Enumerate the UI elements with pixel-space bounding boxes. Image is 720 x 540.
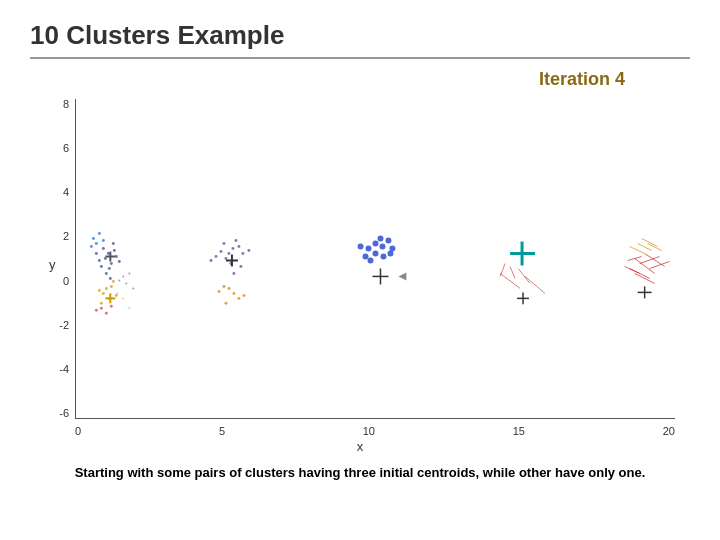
- svg-point-50: [232, 292, 235, 295]
- iteration-label: Iteration 4: [539, 69, 625, 90]
- svg-point-54: [242, 294, 245, 297]
- svg-point-63: [380, 254, 386, 260]
- chart-inner: [75, 99, 675, 419]
- svg-point-53: [217, 290, 220, 293]
- x-tick-0: 0: [75, 425, 81, 437]
- scatter-plot: [76, 99, 675, 418]
- svg-point-7: [112, 242, 115, 245]
- svg-point-52: [237, 297, 240, 300]
- x-tick-5: 5: [219, 425, 225, 437]
- svg-point-25: [102, 239, 105, 242]
- svg-point-95: [122, 275, 124, 277]
- svg-line-74: [500, 273, 520, 288]
- svg-point-100: [116, 292, 118, 294]
- svg-line-81: [635, 259, 655, 274]
- cluster-3-arrow: [398, 272, 406, 280]
- y-tick-8: 8: [63, 99, 69, 110]
- svg-point-64: [358, 244, 364, 250]
- svg-point-20: [100, 302, 103, 305]
- svg-line-91: [630, 247, 645, 254]
- svg-point-45: [222, 242, 225, 245]
- svg-point-22: [95, 242, 98, 245]
- y-tick-6: 6: [63, 143, 69, 154]
- slide: 10 Clusters Example Iteration 4 8 6 4 2 …: [0, 0, 720, 540]
- svg-line-82: [640, 257, 660, 264]
- svg-point-102: [128, 307, 130, 309]
- x-tick-15: 15: [513, 425, 525, 437]
- cluster-5: [625, 239, 670, 299]
- extra-scatter: [116, 272, 134, 309]
- svg-point-16: [110, 285, 113, 288]
- svg-line-86: [650, 261, 670, 268]
- svg-point-12: [109, 277, 112, 280]
- svg-line-85: [625, 266, 640, 273]
- svg-point-101: [122, 297, 124, 299]
- svg-point-39: [241, 252, 244, 255]
- y-tick-2: 2: [63, 231, 69, 242]
- x-tick-10: 10: [363, 425, 375, 437]
- svg-point-43: [215, 255, 218, 258]
- svg-point-66: [368, 258, 374, 264]
- svg-line-88: [628, 257, 642, 261]
- svg-point-55: [224, 302, 227, 305]
- svg-point-3: [102, 247, 105, 250]
- svg-point-48: [232, 272, 235, 275]
- svg-point-37: [237, 245, 240, 248]
- svg-point-49: [227, 287, 230, 290]
- svg-point-14: [105, 287, 108, 290]
- svg-point-58: [373, 241, 379, 247]
- x-axis-label: x: [357, 439, 364, 454]
- svg-line-76: [510, 266, 515, 278]
- svg-point-15: [102, 292, 105, 295]
- y-tick-n4: -4: [59, 364, 69, 375]
- svg-point-44: [239, 265, 242, 268]
- svg-point-30: [95, 309, 98, 312]
- y-axis-label: y: [49, 257, 56, 272]
- svg-line-90: [642, 239, 658, 247]
- cluster-3: [358, 236, 396, 285]
- svg-point-13: [113, 249, 116, 252]
- svg-point-47: [210, 259, 213, 262]
- svg-point-28: [105, 312, 108, 315]
- svg-point-36: [227, 252, 230, 255]
- svg-point-96: [125, 282, 127, 284]
- svg-point-27: [100, 307, 103, 310]
- svg-point-60: [366, 246, 372, 252]
- chart-area: Iteration 4 8 6 4 2 0 -2 -4 -6 y: [35, 69, 685, 459]
- svg-line-78: [500, 263, 505, 276]
- svg-point-23: [92, 237, 95, 240]
- svg-line-77: [518, 268, 530, 283]
- svg-point-2: [110, 262, 113, 265]
- y-tick-4: 4: [63, 187, 69, 198]
- svg-point-9: [105, 272, 108, 275]
- svg-point-68: [387, 251, 393, 257]
- cluster-2: [210, 239, 251, 305]
- y-tick-0: 0: [63, 276, 69, 287]
- svg-point-42: [234, 239, 237, 242]
- svg-point-99: [132, 287, 134, 289]
- svg-point-35: [231, 247, 234, 250]
- title-divider: [30, 57, 690, 59]
- svg-point-61: [385, 238, 391, 244]
- svg-point-26: [90, 245, 93, 248]
- svg-point-11: [95, 252, 98, 255]
- svg-point-67: [377, 236, 383, 242]
- svg-point-97: [118, 279, 120, 281]
- svg-point-18: [98, 289, 101, 292]
- svg-point-24: [98, 232, 101, 235]
- x-axis-ticks: 0 5 10 15 20: [75, 425, 675, 437]
- svg-point-51: [222, 285, 225, 288]
- svg-point-6: [100, 265, 103, 268]
- caption: Starting with some pairs of clusters hav…: [30, 465, 690, 480]
- svg-point-69: [363, 254, 369, 260]
- svg-point-41: [219, 250, 222, 253]
- svg-line-87: [635, 273, 655, 283]
- x-tick-20: 20: [663, 425, 675, 437]
- y-tick-n6: -6: [59, 408, 69, 419]
- svg-point-98: [128, 272, 130, 274]
- svg-point-10: [118, 260, 121, 263]
- page-title: 10 Clusters Example: [30, 20, 690, 51]
- svg-point-8: [98, 259, 101, 262]
- svg-point-29: [110, 305, 113, 308]
- svg-point-46: [247, 249, 250, 252]
